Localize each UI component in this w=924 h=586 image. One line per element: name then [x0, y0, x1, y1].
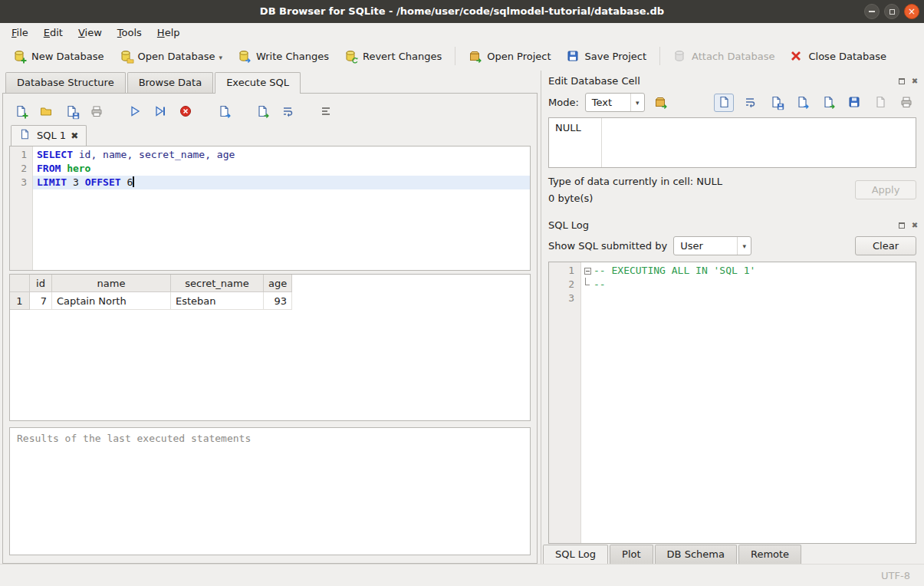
new-sql-tab-button[interactable] — [11, 101, 31, 121]
sql-tabbar: SQL 1 ✖ — [9, 123, 531, 146]
chevron-down-icon: ▾ — [737, 237, 751, 255]
close-database-icon — [790, 50, 803, 63]
set-null-button — [870, 94, 890, 112]
copy-cell-button[interactable] — [766, 94, 786, 112]
mode-combobox[interactable]: Text ▾ — [585, 93, 645, 112]
dock-icons: ✖ — [897, 77, 919, 86]
titlebar: DB Browser for SQLite - /home/user/code/… — [0, 0, 924, 23]
execution-status-pane: Results of the last executed statements — [9, 427, 531, 555]
write-changes-icon — [238, 50, 251, 63]
tab-remote[interactable]: Remote — [738, 545, 801, 564]
cell-secret-name[interactable]: Esteban Rogelios — [171, 292, 264, 310]
close-dock-icon[interactable]: ✖ — [910, 221, 919, 230]
code-area[interactable]: SELECT id, name, secret_name, age FROM h… — [33, 146, 530, 270]
tab-sql-log[interactable]: SQL Log — [543, 545, 608, 564]
open-database-button[interactable]: Open Database ▾ — [113, 45, 229, 67]
text-cursor — [133, 176, 134, 187]
tab-plot[interactable]: Plot — [610, 545, 653, 564]
clear-log-button[interactable]: Clear — [855, 236, 916, 255]
word-wrap-button[interactable] — [740, 94, 760, 112]
column-header-name[interactable]: name — [52, 275, 171, 292]
line-number: 1 — [10, 148, 27, 162]
minimize-button[interactable] — [864, 4, 880, 19]
log-filter-combobox[interactable]: User ▾ — [673, 236, 751, 255]
float-dock-icon[interactable] — [897, 77, 906, 86]
edit-cell-title: Edit Database Cell — [548, 75, 897, 87]
new-database-icon — [13, 50, 26, 63]
column-header-age[interactable]: age — [264, 275, 292, 292]
save-project-button[interactable]: Save Project — [560, 45, 654, 67]
cell-age[interactable]: 93 — [264, 292, 292, 310]
find-replace-button[interactable] — [278, 101, 298, 121]
execute-all-button[interactable] — [125, 101, 145, 121]
close-database-button[interactable]: Close Database — [783, 45, 893, 67]
format-sql-button[interactable] — [316, 101, 336, 121]
print-cell-button[interactable] — [896, 94, 916, 112]
tab-db-schema[interactable]: DB Schema — [655, 545, 737, 564]
save-file-icon — [65, 105, 78, 118]
maximize-icon — [889, 9, 895, 15]
menu-edit[interactable]: Edit — [37, 25, 70, 41]
encoding-indicator[interactable]: UTF-8 — [881, 570, 910, 581]
export-results-button[interactable] — [214, 101, 234, 121]
cell-value-editor[interactable]: NULL — [548, 117, 916, 168]
import-sql-button[interactable] — [252, 101, 272, 121]
save-project-icon — [567, 50, 580, 63]
table-row[interactable]: 1 7 Captain North America Esteban Rogeli… — [10, 292, 530, 310]
menu-tools[interactable]: Tools — [110, 25, 149, 41]
sql-log-header: SQL Log ✖ — [541, 215, 924, 234]
menu-help[interactable]: Help — [150, 25, 187, 41]
close-dock-icon[interactable]: ✖ — [910, 77, 919, 86]
dock-icons: ✖ — [897, 221, 919, 230]
line-number: 2 — [10, 162, 27, 176]
sql-tab-label: SQL 1 — [37, 130, 66, 141]
import-file-button[interactable] — [818, 94, 838, 112]
write-changes-button[interactable]: Write Changes — [231, 45, 336, 67]
save-cell-button[interactable] — [844, 94, 864, 112]
sql-editor[interactable]: 1 2 3 SELECT id, name, secret_name, age … — [9, 146, 531, 271]
tab-browse-data[interactable]: Browse Data — [127, 72, 214, 93]
open-sql-file-button[interactable] — [36, 101, 56, 121]
execute-line-button[interactable] — [150, 101, 170, 121]
sql-log-view[interactable]: 1 2 3 -- EXECUTING ALL IN 'SQL 1' -- — [548, 262, 916, 544]
import-cell-data-button[interactable] — [651, 94, 671, 112]
save-sql-file-button[interactable] — [61, 101, 81, 121]
content-area: Database Structure Browse Data Execute S… — [0, 71, 924, 564]
log-area[interactable]: -- EXECUTING ALL IN 'SQL 1' -- — [581, 262, 916, 543]
revert-changes-button[interactable]: Revert Changes — [337, 45, 449, 67]
text-mode-button[interactable] — [714, 94, 734, 112]
menubar: File Edit View Tools Help — [0, 23, 924, 41]
column-header-id[interactable]: id — [30, 275, 52, 292]
word-wrap-icon — [744, 96, 757, 109]
menu-file[interactable]: File — [5, 25, 35, 41]
cell-value: NULL — [549, 118, 602, 167]
float-dock-icon[interactable] — [897, 221, 906, 230]
close-button[interactable]: × — [904, 4, 919, 19]
sql-tab-close-icon[interactable]: ✖ — [71, 130, 78, 141]
maximize-button[interactable] — [884, 4, 899, 19]
stop-execution-button[interactable] — [176, 101, 196, 121]
cell-name[interactable]: Captain North America — [52, 292, 171, 310]
tab-execute-sql[interactable]: Execute SQL — [215, 72, 301, 94]
tab-database-structure[interactable]: Database Structure — [5, 72, 126, 93]
log-line-3 — [581, 291, 916, 305]
fold-marker-icon[interactable] — [581, 264, 594, 278]
edit-cell-header: Edit Database Cell ✖ — [541, 71, 924, 90]
text-mode-icon — [718, 96, 731, 109]
cell-mode-row: Mode: Text ▾ — [541, 90, 924, 112]
open-project-button[interactable]: Open Project — [462, 45, 557, 67]
cell-info-row: Type of data currently in cell: NULL 0 b… — [541, 168, 924, 204]
open-file-icon — [40, 105, 53, 118]
new-database-button[interactable]: New Database — [6, 45, 111, 67]
menu-view[interactable]: View — [71, 25, 109, 41]
export-cell-button[interactable] — [792, 94, 812, 112]
line-number: 3 — [549, 291, 574, 305]
sql-tab[interactable]: SQL 1 ✖ — [11, 125, 87, 146]
print-sql-button[interactable] — [87, 101, 107, 121]
cell-id[interactable]: 7 — [30, 292, 52, 310]
cell-edit-area[interactable] — [602, 118, 916, 167]
sql-toolbar — [9, 99, 531, 123]
statusbar: UTF-8 — [0, 564, 924, 586]
column-header-secret-name[interactable]: secret_name — [171, 275, 264, 292]
open-database-dropdown-icon[interactable]: ▾ — [219, 54, 222, 63]
